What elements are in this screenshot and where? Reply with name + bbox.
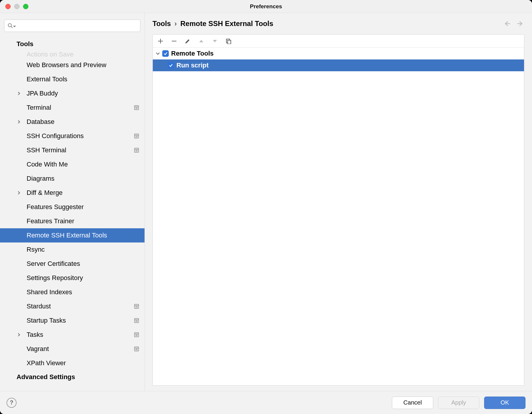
group-checkbox[interactable] bbox=[162, 50, 169, 57]
content-header: Tools › Remote SSH External Tools bbox=[153, 13, 524, 34]
project-level-icon bbox=[134, 346, 139, 352]
project-level-icon bbox=[134, 133, 139, 139]
sidebar-item-label: Web Browsers and Preview bbox=[27, 61, 106, 69]
group-label: Remote Tools bbox=[171, 50, 214, 57]
sidebar-item-diagrams[interactable]: Diagrams bbox=[0, 172, 145, 186]
sidebar-item-startup-tasks[interactable]: Startup Tasks bbox=[0, 313, 145, 328]
sidebar-item-features-trainer[interactable]: Features Trainer bbox=[0, 214, 145, 228]
sidebar-item-tasks[interactable]: Tasks bbox=[0, 328, 145, 342]
sidebar-item-terminal[interactable]: Terminal bbox=[0, 101, 145, 115]
sidebar-item-label: Tasks bbox=[27, 331, 43, 339]
minimize-window-button[interactable] bbox=[14, 4, 20, 9]
edit-button[interactable] bbox=[184, 38, 191, 45]
ok-button[interactable]: OK bbox=[484, 397, 525, 409]
sidebar-item-database[interactable]: Database bbox=[0, 115, 145, 129]
sidebar-item-label: External Tools bbox=[27, 75, 67, 83]
add-button[interactable] bbox=[157, 38, 164, 45]
sidebar-item-label: Vagrant bbox=[27, 345, 49, 353]
remove-button[interactable] bbox=[171, 38, 178, 45]
nav-back-icon[interactable] bbox=[503, 20, 511, 28]
sidebar-item-ssh-terminal[interactable]: SSH Terminal bbox=[0, 143, 145, 157]
sidebar-item-features-suggester[interactable]: Features Suggester bbox=[0, 200, 145, 214]
search-icon bbox=[7, 22, 16, 29]
sidebar-item-label: Diff & Merge bbox=[27, 189, 63, 197]
sidebar-item-label: Startup Tasks bbox=[27, 317, 66, 324]
breadcrumb-sep: › bbox=[174, 20, 177, 28]
move-down-button[interactable] bbox=[211, 38, 218, 45]
sidebar-item-label: Rsync bbox=[27, 246, 45, 253]
move-up-button[interactable] bbox=[198, 38, 205, 45]
sidebar-item-settings-repository[interactable]: Settings Repository bbox=[0, 271, 145, 285]
body: Tools Actions on Save Web Browsers and P… bbox=[0, 13, 532, 391]
sidebar-tree: Tools Actions on Save Web Browsers and P… bbox=[0, 35, 145, 391]
cancel-button[interactable]: Cancel bbox=[392, 397, 433, 409]
sidebar-item-label: JPA Buddy bbox=[27, 90, 58, 97]
close-window-button[interactable] bbox=[5, 4, 11, 9]
tools-group-row[interactable]: Remote Tools bbox=[153, 48, 524, 59]
nav-forward-icon[interactable] bbox=[517, 20, 524, 28]
sidebar-item-ssh-configurations[interactable]: SSH Configurations bbox=[0, 129, 145, 143]
item-label: Run script bbox=[176, 62, 209, 69]
sidebar-item-external-tools[interactable]: External Tools bbox=[0, 72, 145, 86]
svg-point-0 bbox=[8, 24, 12, 27]
sidebar-item-rsync[interactable]: Rsync bbox=[0, 242, 145, 257]
sidebar-item-xpath-viewer[interactable]: XPath Viewer bbox=[0, 356, 145, 370]
nav-arrows bbox=[503, 20, 524, 28]
tools-tree: Remote Tools Run script bbox=[153, 48, 524, 385]
sidebar-item-server-certificates[interactable]: Server Certificates bbox=[0, 257, 145, 271]
sidebar-item-label: Diagrams bbox=[27, 175, 54, 182]
breadcrumb-current: Remote SSH External Tools bbox=[180, 20, 273, 28]
sidebar-item-label: Stardust bbox=[27, 303, 51, 310]
sidebar-item-label: SSH Configurations bbox=[27, 132, 84, 140]
project-level-icon bbox=[134, 332, 139, 337]
item-checkbox[interactable] bbox=[168, 62, 174, 69]
sidebar-section-advanced[interactable]: Advanced Settings bbox=[0, 370, 145, 384]
footer: ? Cancel Apply OK bbox=[0, 391, 532, 414]
toolbar bbox=[153, 35, 524, 48]
breadcrumb: Tools › Remote SSH External Tools bbox=[153, 20, 273, 28]
sidebar-item-remote-ssh-external-tools[interactable]: Remote SSH External Tools bbox=[0, 228, 145, 242]
sidebar-item-diff-merge[interactable]: Diff & Merge bbox=[0, 186, 145, 200]
chevron-right-icon bbox=[17, 120, 21, 124]
sidebar-item-label: Database bbox=[27, 118, 54, 126]
breadcrumb-root[interactable]: Tools bbox=[153, 20, 171, 28]
svg-rect-36 bbox=[228, 40, 231, 44]
svg-line-1 bbox=[11, 27, 13, 28]
sidebar-item-label: Features Trainer bbox=[27, 217, 74, 225]
sidebar-item-vagrant[interactable]: Vagrant bbox=[0, 342, 145, 356]
tools-item-row[interactable]: Run script bbox=[153, 59, 524, 71]
project-level-icon bbox=[134, 148, 139, 153]
sidebar-section-tools[interactable]: Tools bbox=[0, 37, 145, 51]
sidebar: Tools Actions on Save Web Browsers and P… bbox=[0, 13, 145, 391]
window-controls bbox=[5, 4, 28, 9]
content-area: Tools › Remote SSH External Tools bbox=[145, 13, 532, 391]
sidebar-item-label: Settings Repository bbox=[27, 274, 83, 282]
preferences-window: Preferences bbox=[0, 0, 532, 414]
sidebar-item-label: Code With Me bbox=[27, 161, 68, 168]
sidebar-item-label: XPath Viewer bbox=[27, 359, 66, 367]
sidebar-item-stardust[interactable]: Stardust bbox=[0, 299, 145, 313]
help-button[interactable]: ? bbox=[7, 398, 17, 408]
sidebar-item-shared-indexes[interactable]: Shared Indexes bbox=[0, 285, 145, 299]
sidebar-item-label: Features Suggester bbox=[27, 203, 84, 211]
sidebar-item-code-with-me[interactable]: Code With Me bbox=[0, 157, 145, 172]
search-input[interactable] bbox=[4, 20, 140, 32]
sidebar-item-jpa-buddy[interactable]: JPA Buddy bbox=[0, 86, 145, 101]
sidebar-item-web-browsers-and-preview[interactable]: Web Browsers and Preview bbox=[0, 58, 145, 72]
window-title: Preferences bbox=[250, 3, 282, 10]
project-level-icon bbox=[134, 304, 139, 309]
sidebar-item-label: Terminal bbox=[27, 104, 51, 111]
chevron-right-icon bbox=[17, 333, 21, 337]
copy-button[interactable] bbox=[225, 38, 232, 45]
chevron-down-icon bbox=[156, 51, 160, 56]
project-level-icon bbox=[134, 318, 139, 323]
sidebar-item-label: SSH Terminal bbox=[27, 146, 66, 154]
content-panel: Remote Tools Run script bbox=[153, 34, 524, 386]
sidebar-item-cutoff[interactable]: Actions on Save bbox=[0, 51, 145, 58]
search-input-container bbox=[4, 20, 140, 32]
chevron-right-icon bbox=[17, 191, 21, 195]
chevron-right-icon bbox=[17, 92, 21, 95]
project-level-icon bbox=[134, 105, 139, 110]
zoom-window-button[interactable] bbox=[23, 4, 28, 9]
sidebar-item-label: Server Certificates bbox=[27, 260, 80, 268]
